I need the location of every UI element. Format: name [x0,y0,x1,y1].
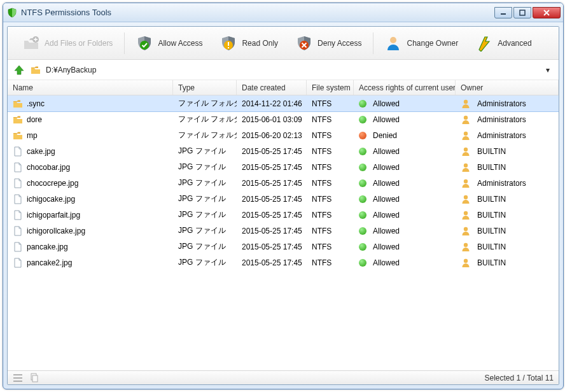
cell-access: Allowed [373,99,400,108]
user-icon [461,194,471,204]
content-area: Add Files or Folders Allow Access Read O… [7,26,559,385]
window-controls [493,7,561,18]
access-status-icon [359,100,366,108]
maximize-button[interactable] [513,7,531,18]
table-row[interactable]: doreファイル フォルダー2015-06-01 03:09NTFSAllowe… [8,111,559,127]
allow-access-button[interactable]: Allow Access [127,31,211,55]
file-icon [13,226,23,236]
cell-date: 2015-05-25 17:45 [237,256,307,270]
svg-rect-0 [501,13,506,15]
read-only-button[interactable]: Read Only [211,31,287,55]
user-icon [461,210,471,220]
cell-fs: NTFS [307,97,354,111]
svg-rect-5 [228,42,229,46]
cell-type: JPG ファイル [173,143,237,159]
svg-point-10 [464,115,468,119]
access-status-icon [359,243,366,251]
add-files-button[interactable]: Add Files or Folders [14,31,122,55]
file-icon [13,194,23,204]
col-header-fs[interactable]: File system [307,80,354,95]
svg-point-15 [464,195,468,199]
cell-type: JPG ファイル [173,159,237,175]
col-header-name[interactable]: Name [8,80,173,95]
cell-access: Allowed [373,258,400,267]
list-view-icon[interactable] [13,373,23,383]
user-icon [461,242,471,252]
allow-shield-icon [136,35,153,52]
table-row[interactable]: ichigocake.jpgJPG ファイル2015-05-25 17:45NT… [8,191,559,207]
file-name: .sync [27,99,45,108]
access-status-icon [359,132,366,139]
table-row[interactable]: chocobar.jpgJPG ファイル2015-05-25 17:45NTFS… [8,159,559,175]
cell-owner: BUILTIN [477,211,506,220]
table-row[interactable]: ichigoparfait.jpgJPG ファイル2015-05-25 17:4… [8,207,559,223]
table-row[interactable]: .syncファイル フォルダー2014-11-22 01:46NTFSAllow… [8,95,559,111]
access-status-icon [359,179,366,187]
path-dropdown-icon[interactable]: ▾ [546,66,554,74]
cell-access: Allowed [373,211,400,220]
table-row[interactable]: ichigorollcake.jpgJPG ファイル2015-05-25 17:… [8,223,559,239]
toolbar-separator [124,32,125,54]
file-name: ichigocake.jpg [27,195,75,204]
advanced-icon [476,35,492,52]
cell-owner: BUILTIN [477,163,506,172]
change-owner-button[interactable]: Change Owner [376,31,467,55]
user-icon [461,99,471,109]
col-header-type[interactable]: Type [173,80,237,95]
svg-point-12 [464,147,468,151]
cell-access: Allowed [373,195,400,204]
col-header-date[interactable]: Date created [237,80,307,95]
folder-icon [13,99,23,109]
path-text[interactable]: D:¥AnyBackup [46,66,541,74]
table-row[interactable]: pancake.jpgJPG ファイル2015-05-25 17:45NTFSA… [8,239,559,255]
user-icon [461,258,471,268]
cell-fs: NTFS [307,113,354,127]
minimize-button[interactable] [494,7,512,18]
cell-access: Allowed [373,242,400,251]
cell-date: 2015-06-20 02:13 [237,129,307,143]
deny-shield-icon [296,35,312,52]
advanced-button[interactable]: Advanced [467,31,540,55]
file-icon [13,242,23,252]
svg-rect-22 [13,381,22,382]
up-arrow-icon[interactable] [13,64,25,76]
cell-access: Allowed [373,147,400,156]
user-icon [461,226,471,236]
cell-date: 2015-06-01 03:09 [237,113,307,127]
cell-type: ファイル フォルダー [173,95,237,111]
titlebar[interactable]: NTFS Permissions Tools [3,3,563,22]
cell-access: Denied [373,131,397,140]
file-icon [13,178,23,188]
col-header-owner[interactable]: Owner [456,80,559,95]
copy-icon[interactable] [29,373,39,383]
svg-point-11 [464,131,468,135]
table-row[interactable]: chococrepe.jpgJPG ファイル2015-05-25 17:45NT… [8,175,559,191]
access-status-icon [359,211,366,219]
user-icon [461,146,471,157]
cell-owner: Administrators [477,115,526,124]
change-owner-icon [385,35,401,52]
svg-rect-6 [228,47,229,48]
table-row[interactable]: pancake2.jpgJPG ファイル2015-05-25 17:45NTFS… [8,255,559,270]
col-header-access[interactable]: Access rights of current user [354,80,456,95]
table-row[interactable]: cake.jpgJPG ファイル2015-05-25 17:45NTFSAllo… [8,143,559,159]
cell-date: 2015-05-25 17:45 [237,240,307,254]
access-status-icon [359,227,366,235]
cell-type: JPG ファイル [173,239,237,255]
svg-rect-20 [13,374,22,375]
table-row[interactable]: mpファイル フォルダー2015-06-20 02:13NTFSDeniedAd… [8,127,559,143]
deny-access-button[interactable]: Deny Access [287,31,370,55]
file-name: pancake.jpg [27,242,68,251]
cell-owner: BUILTIN [477,147,506,156]
grid-header: Name Type Date created File system Acces… [8,80,559,95]
file-icon [13,162,23,172]
advanced-label: Advanced [498,39,531,48]
close-button[interactable] [533,7,561,18]
folder-icon [31,65,41,75]
file-name: pancake2.jpg [27,258,72,267]
cell-type: ファイル フォルダー [173,127,237,143]
cell-owner: BUILTIN [477,242,506,251]
file-name: mp [27,131,38,140]
cell-type: JPG ファイル [173,207,237,223]
grid-body[interactable]: .syncファイル フォルダー2014-11-22 01:46NTFSAllow… [8,95,559,370]
